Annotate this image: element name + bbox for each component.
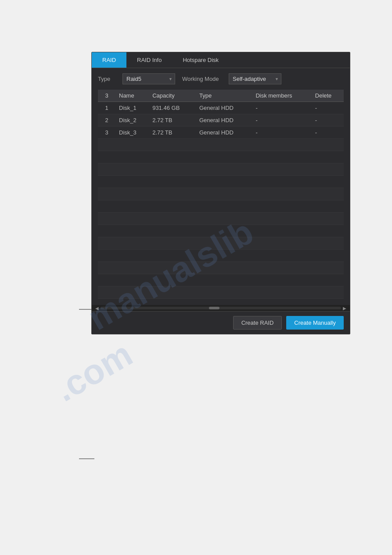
empty-table-row — [98, 188, 344, 200]
empty-table-row — [98, 213, 344, 225]
cell-capacity: 2.72 TB — [149, 114, 196, 127]
table-row: 2 Disk_2 2.72 TB General HDD - - — [98, 114, 344, 127]
scroll-thumb[interactable] — [209, 307, 219, 309]
scroll-right-arrow[interactable]: ▶ — [341, 306, 348, 311]
cell-num: 3 — [98, 127, 115, 139]
cell-capacity: 2.72 TB — [149, 127, 196, 139]
empty-table-row — [98, 139, 344, 151]
empty-table-row — [98, 200, 344, 213]
tab-raid[interactable]: RAID — [92, 52, 126, 68]
table-header-row: 3 Name Capacity Type Disk members Delete — [98, 90, 344, 102]
cell-delete: - — [312, 127, 344, 139]
type-select-wrapper: Raid5 Raid0 Raid1 Raid6 Raid10 — [122, 73, 175, 84]
empty-table-row — [98, 151, 344, 163]
disk-table: 3 Name Capacity Type Disk members Delete… — [98, 90, 344, 299]
cell-delete: - — [312, 102, 344, 114]
empty-table-row — [98, 163, 344, 176]
cell-type: General HDD — [196, 102, 252, 114]
cell-disk-members: - — [252, 102, 311, 114]
create-raid-button[interactable]: Create RAID — [233, 316, 282, 330]
form-row: Type Raid5 Raid0 Raid1 Raid6 Raid10 Work… — [98, 73, 344, 84]
type-label: Type — [98, 76, 115, 82]
working-mode-label: Working Mode — [182, 76, 222, 82]
tab-raid-info[interactable]: RAID Info — [126, 52, 172, 68]
empty-table-row — [98, 262, 344, 274]
tab-bar: RAID RAID Info Hotspare Disk — [92, 52, 350, 68]
watermark-line2: .com — [48, 334, 140, 410]
content-area: Type Raid5 Raid0 Raid1 Raid6 Raid10 Work… — [92, 68, 350, 304]
tab-hotspare[interactable]: Hotspare Disk — [172, 52, 229, 68]
cell-name: Disk_3 — [115, 127, 149, 139]
cell-type: General HDD — [196, 127, 252, 139]
cell-name: Disk_1 — [115, 102, 149, 114]
col-count: 3 — [98, 90, 115, 102]
table-row: 3 Disk_3 2.72 TB General HDD - - — [98, 127, 344, 139]
working-mode-select-wrapper: Self-adaptive Manual — [229, 73, 281, 84]
cell-delete: - — [312, 114, 344, 127]
cell-num: 2 — [98, 114, 115, 127]
type-select[interactable]: Raid5 Raid0 Raid1 Raid6 Raid10 — [122, 73, 175, 84]
cell-num: 1 — [98, 102, 115, 114]
cell-name: Disk_2 — [115, 114, 149, 127]
scroll-track[interactable] — [101, 307, 341, 309]
disk-table-section: 3 Name Capacity Type Disk members Delete… — [98, 90, 344, 299]
line-decoration-2 — [79, 458, 94, 459]
empty-table-row — [98, 250, 344, 262]
empty-table-row — [98, 274, 344, 287]
cell-capacity: 931.46 GB — [149, 102, 196, 114]
raid-dialog: RAID RAID Info Hotspare Disk Type Raid5 … — [91, 52, 350, 334]
cell-disk-members: - — [252, 114, 311, 127]
scroll-left-arrow[interactable]: ◀ — [94, 306, 101, 311]
col-disk-members: Disk members — [252, 90, 311, 102]
working-mode-select[interactable]: Self-adaptive Manual — [229, 73, 281, 84]
empty-table-row — [98, 225, 344, 237]
table-row: 1 Disk_1 931.46 GB General HDD - - — [98, 102, 344, 114]
empty-table-row — [98, 176, 344, 188]
cell-type: General HDD — [196, 114, 252, 127]
empty-table-row — [98, 287, 344, 299]
empty-table-row — [98, 237, 344, 250]
footer-bar: Create RAID Create Manually — [92, 311, 350, 334]
col-capacity: Capacity — [149, 90, 196, 102]
create-manually-button[interactable]: Create Manually — [286, 316, 344, 330]
col-delete: Delete — [312, 90, 344, 102]
col-name: Name — [115, 90, 149, 102]
cell-disk-members: - — [252, 127, 311, 139]
horizontal-scrollbar[interactable]: ◀ ▶ — [92, 305, 350, 311]
col-type: Type — [196, 90, 252, 102]
